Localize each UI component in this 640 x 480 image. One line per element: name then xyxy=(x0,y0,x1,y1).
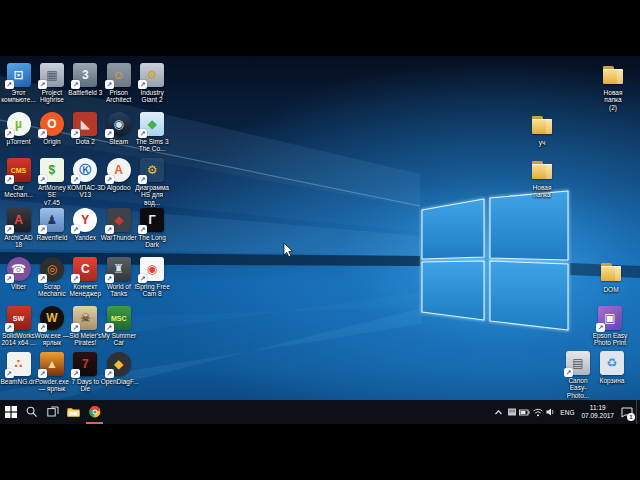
desktop-icon[interactable]: 3↗Battlefield 3 xyxy=(67,63,103,96)
hidden-icons-chevron[interactable] xyxy=(492,400,505,424)
icon-tile: ☺↗ xyxy=(107,63,131,87)
icon-label: DOM xyxy=(593,286,629,293)
clock-date: 07.09.2017 xyxy=(581,412,614,420)
shortcut-arrow-icon: ↗ xyxy=(138,175,147,184)
desktop-icon[interactable]: ♜↗World of Tanks xyxy=(101,257,137,298)
chrome-icon xyxy=(89,406,101,418)
desktop-icon[interactable]: ◉↗iSpring Free Cam 8 xyxy=(134,257,170,298)
task-view-button[interactable] xyxy=(42,400,63,424)
action-center-button[interactable]: 1 xyxy=(618,400,636,424)
desktop-icon[interactable]: C↗Коннект Менеджер xyxy=(67,257,103,298)
desktop-icon[interactable]: MSC↗My Summer Car xyxy=(101,306,137,347)
desktop-icon[interactable]: W↗Wow.exe — ярлык xyxy=(34,306,70,347)
icon-label: Algodoo xyxy=(101,184,137,191)
folder-icon xyxy=(530,113,554,137)
icon-label: Battlefield 3 xyxy=(67,89,103,96)
icon-tile: A↗ xyxy=(7,208,31,232)
show-desktop-button[interactable] xyxy=(636,400,640,424)
file-explorer-button[interactable] xyxy=(63,400,84,424)
icon-tile: ⊡↗ xyxy=(7,63,31,87)
icon-glyph: ▦ xyxy=(46,69,57,81)
desktop-icon[interactable]: ⊡↗Этот компьюте... xyxy=(1,63,37,104)
icon-tile: ◆↗ xyxy=(140,112,164,136)
icon-tile: ▦↗ xyxy=(40,63,64,87)
desktop-icon[interactable]: Y↗Yandex xyxy=(67,208,103,241)
icon-label: Этот компьюте... xyxy=(1,89,37,104)
app-window-icon xyxy=(507,407,517,417)
icon-tile: ◣↗ xyxy=(73,112,97,136)
network-wifi-icon xyxy=(533,408,543,417)
icon-glyph: ⚙ xyxy=(147,164,158,176)
desktop-icon[interactable]: ◣↗Dota 2 xyxy=(67,112,103,145)
desktop-icon[interactable]: уч xyxy=(524,113,560,146)
icon-label: Yandex xyxy=(67,234,103,241)
shortcut-arrow-icon: ↗ xyxy=(38,129,47,138)
desktop-icon[interactable]: ⚙↗Industry Giant 2 xyxy=(134,63,170,104)
desktop-screen: ⊡↗Этот компьюте...▦↗Project Highrise3↗Ba… xyxy=(0,56,640,424)
desktop-icon[interactable]: ▤↗Canon Easy-Photo... xyxy=(560,351,596,399)
desktop-icon[interactable]: ◆↗WarThunder xyxy=(101,208,137,241)
desktop-icon[interactable]: SW↗SolidWorks 2014 x64 ... xyxy=(1,306,37,347)
search-button[interactable] xyxy=(21,400,42,424)
desktop-icon[interactable]: Γ↗The Long Dark xyxy=(134,208,170,249)
shortcut-arrow-icon: ↗ xyxy=(138,80,147,89)
desktop-icon[interactable]: ♻Корзина xyxy=(594,351,630,384)
icon-glyph: ◉ xyxy=(113,118,123,130)
shortcut-arrow-icon: ↗ xyxy=(71,323,80,332)
desktop-icon[interactable]: Новая папка xyxy=(524,158,560,199)
desktop-icon[interactable]: $↗ArtMoney SE v7.45 xyxy=(34,158,70,206)
icon-tile: ◉↗ xyxy=(140,257,164,281)
icon-tile: Γ↗ xyxy=(140,208,164,232)
icon-label: WarThunder xyxy=(101,234,137,241)
desktop-icon[interactable]: 7↗7 Days to Die xyxy=(67,352,103,393)
icon-tile: ☎↗ xyxy=(7,257,31,281)
taskbar-clock[interactable]: 11:19 07.09.2017 xyxy=(581,404,614,420)
shortcut-arrow-icon: ↗ xyxy=(71,80,80,89)
icon-tile: ∴↗ xyxy=(7,352,31,376)
desktop-icon[interactable]: ◎↗Scrap Mechanic xyxy=(34,257,70,298)
desktop-icon[interactable]: Новая папка (2) xyxy=(595,63,631,111)
desktop-icon[interactable]: ▣↗Epson Easy Photo Print xyxy=(592,306,628,347)
language-indicator[interactable]: ENG xyxy=(560,409,574,416)
desktop-icon[interactable]: A↗Algodoo xyxy=(101,158,137,191)
desktop-icon[interactable]: ▲↗Powder.exe — ярлык xyxy=(34,352,70,393)
desktop-icon[interactable]: ⚙↗Диаграмма HS для вод... xyxy=(134,158,170,206)
desktop-icon[interactable]: ◆↗The Sims 3 The Co... xyxy=(134,112,170,153)
desktop-icon[interactable]: ☎↗Viber xyxy=(1,257,37,290)
desktop-icon[interactable]: ▦↗Project Highrise xyxy=(34,63,70,104)
chrome-button[interactable] xyxy=(84,400,105,424)
desktop-icon[interactable]: ∴↗BeamNG.dr... xyxy=(1,352,37,385)
desktop-icon[interactable]: O↗Origin xyxy=(34,112,70,145)
icon-tile: ◆↗ xyxy=(107,352,131,376)
desktop-icon[interactable]: µ↗µTorrent xyxy=(1,112,37,145)
icon-label: Wow.exe — ярлык xyxy=(34,332,70,347)
shortcut-arrow-icon: ↗ xyxy=(38,369,47,378)
start-button[interactable] xyxy=(0,400,21,424)
icon-glyph: ♟ xyxy=(47,214,58,226)
speaker-icon xyxy=(546,407,556,417)
icon-label: уч xyxy=(524,139,560,146)
desktop-icon[interactable]: A↗ArchiCAD 18 xyxy=(1,208,37,249)
desktop-icon[interactable]: ♟↗Ravenfield xyxy=(34,208,70,241)
desktop-icon[interactable]: Ⓚ↗КОМПАС-3D V13 xyxy=(67,158,103,199)
desktop-icon[interactable]: DOM xyxy=(593,260,629,293)
shortcut-arrow-icon: ↗ xyxy=(71,274,80,283)
icon-glyph: ◎ xyxy=(47,263,57,275)
icon-label: Viber xyxy=(1,283,37,290)
icon-label: µTorrent xyxy=(1,138,37,145)
tray-battery-icon[interactable] xyxy=(518,400,531,424)
tray-network-icon[interactable] xyxy=(531,400,544,424)
shortcut-arrow-icon: ↗ xyxy=(105,129,114,138)
desktop-icon[interactable]: ☺↗Prison Architect xyxy=(101,63,137,104)
shortcut-arrow-icon: ↗ xyxy=(5,225,14,234)
tray-app-icon[interactable] xyxy=(505,400,518,424)
icon-label: Industry Giant 2 xyxy=(134,89,170,104)
desktop-icon[interactable]: ☠↗Sid Meier's Pirates! xyxy=(67,306,103,347)
desktop-icon[interactable]: CMS↗Car Mechan... xyxy=(1,158,37,199)
icon-tile: 3↗ xyxy=(73,63,97,87)
tray-volume-icon[interactable] xyxy=(544,400,557,424)
desktop-icon[interactable]: ◉↗Steam xyxy=(101,112,137,145)
shortcut-arrow-icon: ↗ xyxy=(38,80,47,89)
icon-label: 7 Days to Die xyxy=(67,378,103,393)
desktop-icon[interactable]: ◆↗OpenDiagF... xyxy=(101,352,137,385)
